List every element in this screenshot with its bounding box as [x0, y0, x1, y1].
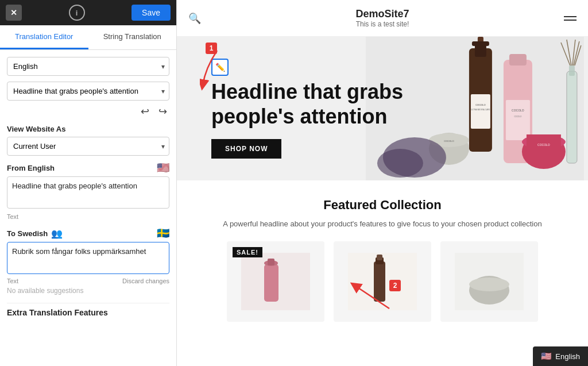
to-swedish-label: To Swedish	[7, 229, 48, 238]
string-select[interactable]: Headline that grabs people's attention	[7, 82, 169, 101]
string-select-wrapper: Headline that grabs people's attention ▾	[7, 82, 169, 101]
tab-translation-editor[interactable]: Translation Editor	[0, 25, 88, 49]
product-1-image	[241, 253, 310, 310]
redo-button[interactable]: ↪	[156, 104, 169, 119]
language-select[interactable]: English Swedish French	[7, 57, 169, 76]
product-card-3	[440, 241, 538, 322]
view-website-as-section: View Website As Current User Guest Admin…	[7, 125, 169, 156]
tab-string-translation[interactable]: String Translation	[88, 25, 177, 49]
to-swedish-hint: Text	[7, 278, 18, 284]
site-subtitle: This is a test site!	[355, 20, 409, 28]
panel-tabs: Translation Editor String Translation	[0, 25, 176, 50]
annotation-arrow-2	[349, 268, 401, 320]
from-english-textarea[interactable]: Headline that grabs people's attention	[7, 176, 169, 209]
language-select-wrapper: English Swedish French ▾	[7, 57, 169, 76]
product-3-image	[455, 253, 524, 310]
to-swedish-section: To Swedish 👥 🇸🇪 Rubrik som fångar folks …	[7, 227, 169, 295]
from-english-hint: Text	[7, 213, 18, 220]
to-swedish-header: To Swedish 👥 🇸🇪	[7, 227, 169, 240]
english-badge[interactable]: 🇺🇸 English	[533, 346, 588, 366]
undo-button[interactable]: ↩	[138, 104, 152, 119]
svg-point-40	[469, 278, 509, 291]
undo-redo-bar: ↩ ↪	[7, 104, 169, 119]
site-title-area: DemoSite7 This is a test site!	[355, 8, 409, 28]
view-as-select[interactable]: Current User Guest Admin	[7, 137, 169, 156]
right-panel: 🔍 DemoSite7 This is a test site! 1	[177, 0, 588, 366]
hero-section: 1 ✏️ Headline that grabs people's attent…	[177, 37, 588, 180]
search-icon[interactable]: 🔍	[188, 12, 201, 25]
save-button[interactable]: Save	[131, 5, 171, 21]
discard-changes-link[interactable]: Discard changes	[122, 278, 169, 284]
view-website-as-label: View Website As	[7, 125, 169, 133]
featured-subtitle: A powerful headline about your product's…	[210, 218, 555, 230]
featured-title: Featured Collection	[188, 198, 577, 213]
svg-rect-31	[264, 264, 278, 302]
left-panel: ✕ i Save Translation Editor String Trans…	[0, 0, 177, 366]
from-english-section: From English 🇺🇸 Headline that grabs peop…	[7, 161, 169, 221]
us-flag-icon: 🇺🇸	[157, 161, 169, 174]
view-as-select-wrapper: Current User Guest Admin ▾	[7, 137, 169, 156]
from-english-header: From English 🇺🇸	[7, 161, 169, 174]
panel-header: ✕ i Save	[0, 0, 176, 25]
annotation-1-area: 1	[206, 43, 217, 54]
hamburger-icon[interactable]	[564, 16, 577, 21]
svg-rect-33	[268, 259, 274, 265]
english-badge-label: English	[555, 352, 580, 361]
product-card-1: SALE!	[227, 241, 324, 322]
sale-badge-1: SALE!	[233, 247, 262, 257]
us-flag-badge-icon: 🇺🇸	[541, 351, 552, 361]
info-button[interactable]: i	[69, 5, 85, 21]
extra-features-label: Extra Translation Features	[7, 303, 169, 317]
annotation-arrow-1	[200, 51, 246, 97]
from-english-label: From English	[7, 164, 55, 172]
shop-now-button[interactable]: SHOP NOW	[211, 139, 281, 159]
site-content: 1 ✏️ Headline that grabs people's attent…	[177, 37, 588, 366]
people-icon: 👥	[51, 228, 63, 239]
close-button[interactable]: ✕	[6, 5, 22, 21]
panel-body: English Swedish French ▾ Headline that g…	[0, 50, 176, 366]
svg-rect-37	[377, 255, 382, 260]
site-topbar: 🔍 DemoSite7 This is a test site!	[177, 0, 588, 37]
sweden-flag-icon: 🇸🇪	[157, 227, 169, 240]
to-swedish-label-row: To Swedish 👥	[7, 228, 63, 239]
to-swedish-textarea[interactable]: Rubrik som fångar folks uppmärksamhet	[7, 242, 169, 274]
site-name: DemoSite7	[355, 8, 409, 20]
annotation-2-area: 2	[389, 280, 401, 291]
no-suggestions-text: No available suggestions	[7, 287, 169, 295]
